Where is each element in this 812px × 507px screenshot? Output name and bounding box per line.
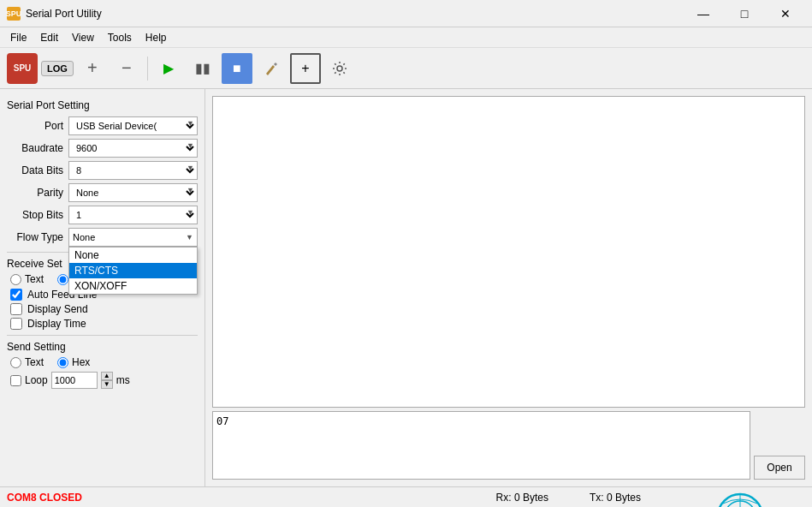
title-bar: SPU Serial Port Utility — □ ✕ <box>0 0 812 27</box>
right-panel: 07 Open <box>205 89 812 486</box>
auto-feed-line-checkbox[interactable] <box>10 289 22 301</box>
menu-bar: File Edit View Tools Help <box>0 27 812 48</box>
new-window-button[interactable]: + <box>290 53 321 84</box>
flowtype-display[interactable]: None ▼ <box>68 228 198 247</box>
app-logo: SPU <box>7 53 38 84</box>
menu-file[interactable]: File <box>3 30 33 45</box>
menu-help[interactable]: Help <box>139 30 174 45</box>
loop-checkbox[interactable] <box>10 375 21 386</box>
flowtype-dropdown-container: None ▼ None RTS/CTS XON/XOFF <box>68 228 198 247</box>
pause-button[interactable]: ▮▮ <box>187 53 218 84</box>
port-select-wrapper: USB Serial Device( <box>68 116 198 135</box>
menu-view[interactable]: View <box>65 30 101 45</box>
stopbits-select[interactable]: 1 <box>68 206 198 224</box>
watermark-container: ARDUINO 中文社区 <box>668 487 805 508</box>
parity-select-wrapper: None <box>68 183 198 202</box>
baudrate-label: Baudrate <box>7 142 68 154</box>
tx-status: Tx: 0 Bytes <box>576 492 655 504</box>
flowtype-option-none[interactable]: None <box>69 248 197 263</box>
parity-label: Parity <box>7 187 68 199</box>
watermark-logo <box>714 491 766 508</box>
send-radio-row: Text Hex <box>7 356 198 368</box>
toolbar: SPU LOG + − ▶ ▮▮ ■ + <box>0 48 812 89</box>
parity-row: Parity None <box>7 183 198 202</box>
databits-row: Data Bits 8 <box>7 161 198 180</box>
loop-row: Loop ▲ ▼ ms <box>7 372 198 389</box>
flowtype-label: Flow Type <box>7 231 68 243</box>
loop-label: Loop <box>25 374 48 386</box>
baudrate-select-wrapper: 9600 <box>68 139 198 158</box>
display-send-checkbox[interactable] <box>10 303 22 315</box>
app-icon: SPU <box>7 7 21 21</box>
divider-2 <box>7 335 198 336</box>
clear-button[interactable] <box>256 53 287 84</box>
parity-select[interactable]: None <box>68 183 198 202</box>
title-bar-left: SPU Serial Port Utility <box>7 7 102 21</box>
flowtype-option-xonxoff[interactable]: XON/XOFF <box>69 278 197 294</box>
databits-select[interactable]: 8 <box>68 161 198 180</box>
send-text-radio[interactable]: Text <box>10 356 44 368</box>
receive-hex-input[interactable] <box>57 274 68 285</box>
baudrate-row: Baudrate 9600 <box>7 139 198 158</box>
flowtype-arrow-icon: ▼ <box>186 233 193 242</box>
send-setting-title: Send Setting <box>7 341 198 353</box>
receive-text-label: Text <box>25 273 44 285</box>
settings-button[interactable] <box>324 53 355 84</box>
stopbits-label: Stop Bits <box>7 209 68 221</box>
flowtype-dropdown-list: None RTS/CTS XON/XOFF <box>68 247 198 295</box>
flowtype-value: None <box>73 232 186 242</box>
main-layout: Serial Port Setting Port USB Serial Devi… <box>0 89 812 486</box>
toolbar-divider-1 <box>147 57 148 81</box>
gear-icon <box>332 61 347 76</box>
port-label: Port <box>7 120 68 132</box>
port-select[interactable]: USB Serial Device( <box>68 116 198 135</box>
serial-port-setting-title: Serial Port Setting <box>7 99 198 111</box>
menu-edit[interactable]: Edit <box>33 30 65 45</box>
watermark: ARDUINO 中文社区 <box>714 491 805 508</box>
display-time-checkbox[interactable] <box>10 318 22 330</box>
loop-decrement-button[interactable]: ▼ <box>101 380 113 389</box>
display-time-row[interactable]: Display Time <box>7 318 198 330</box>
flowtype-option-rtscts[interactable]: RTS/CTS <box>69 263 197 278</box>
send-area-container: 07 Open <box>212 411 805 480</box>
maximize-button[interactable]: □ <box>725 0 764 27</box>
window-title: Serial Port Utility <box>26 8 102 20</box>
menu-tools[interactable]: Tools <box>101 30 139 45</box>
flowtype-row: Flow Type None ▼ None RTS/CTS XON/XOFF <box>7 228 198 247</box>
loop-spinner: ▲ ▼ <box>101 372 113 389</box>
receive-text-radio[interactable]: Text <box>10 273 44 285</box>
loop-value-input[interactable] <box>51 372 98 389</box>
minimize-button[interactable]: — <box>684 0 723 27</box>
log-button[interactable]: LOG <box>41 61 74 76</box>
send-hex-radio[interactable]: Hex <box>57 356 90 368</box>
send-hex-label: Hex <box>72 356 90 368</box>
add-button[interactable]: + <box>77 53 108 84</box>
stop-button[interactable]: ■ <box>222 53 252 84</box>
remove-button[interactable]: − <box>111 53 142 84</box>
svg-point-0 <box>337 66 342 71</box>
status-bar: COM8 CLOSED Rx: 0 Bytes Tx: 0 Bytes ARDU… <box>0 486 812 507</box>
left-panel: Serial Port Setting Port USB Serial Devi… <box>0 89 205 486</box>
send-text-label: Text <box>25 356 44 368</box>
databits-label: Data Bits <box>7 164 68 176</box>
stopbits-select-wrapper: 1 <box>68 206 198 224</box>
receive-text-input[interactable] <box>10 274 21 285</box>
play-button[interactable]: ▶ <box>153 53 184 84</box>
com-status: COM8 CLOSED <box>7 492 82 504</box>
loop-increment-button[interactable]: ▲ <box>101 372 113 380</box>
databits-select-wrapper: 8 <box>68 161 198 180</box>
open-button[interactable]: Open <box>754 456 805 480</box>
send-textarea[interactable]: 07 <box>212 411 750 480</box>
display-send-row[interactable]: Display Send <box>7 303 198 315</box>
send-hex-input[interactable] <box>57 357 68 368</box>
loop-unit-label: ms <box>116 374 130 386</box>
watermark-svg <box>714 491 766 508</box>
baudrate-select[interactable]: 9600 <box>68 139 198 158</box>
receive-area[interactable] <box>212 96 805 408</box>
send-text-input[interactable] <box>10 357 21 368</box>
window-controls: — □ ✕ <box>684 0 805 27</box>
send-button-container: Open <box>754 411 805 480</box>
stopbits-row: Stop Bits 1 <box>7 206 198 224</box>
close-button[interactable]: ✕ <box>766 0 805 27</box>
display-time-label: Display Time <box>27 318 86 330</box>
